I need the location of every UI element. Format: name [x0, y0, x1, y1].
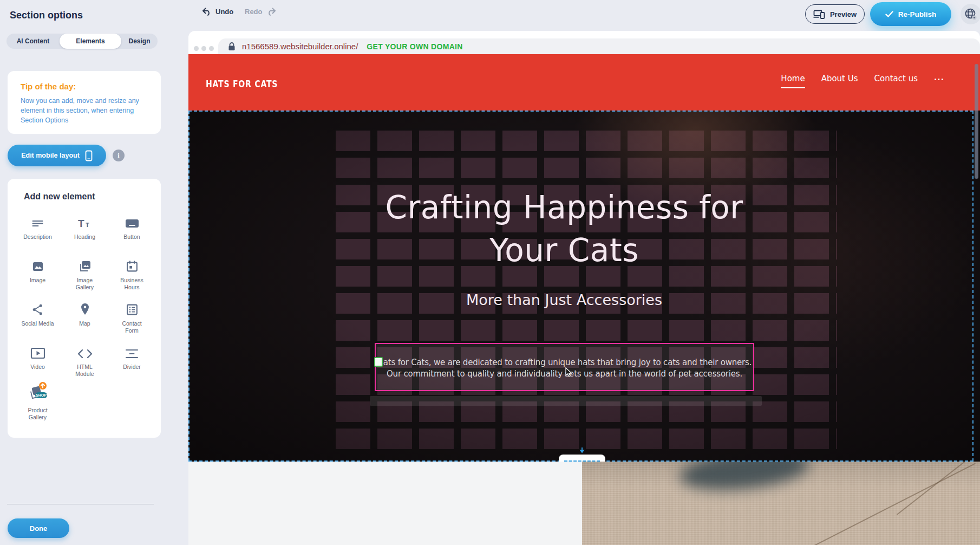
text-lines-icon — [30, 213, 45, 230]
element-video[interactable]: Video — [14, 343, 61, 387]
pavement-shadow — [678, 462, 811, 495]
undo-icon — [202, 8, 212, 16]
edit-mobile-layout-button[interactable]: Edit mobile layout — [8, 145, 106, 166]
add-element-title: Add new element — [24, 192, 161, 202]
tab-elements[interactable]: Elements — [60, 34, 121, 49]
shop-badge: SHOP — [36, 393, 47, 397]
get-domain-link[interactable]: GET YOUR OWN DOMAIN — [367, 42, 462, 51]
preview-button[interactable]: Preview — [805, 4, 865, 24]
devices-icon — [813, 10, 825, 19]
preview-label: Preview — [830, 10, 857, 18]
next-section-image[interactable] — [582, 462, 980, 545]
smartphone-icon — [85, 150, 93, 161]
svg-text:T: T — [78, 218, 84, 229]
image-gallery-icon — [77, 257, 92, 273]
nav-home[interactable]: Home — [781, 74, 805, 88]
site-logo[interactable]: HATS FOR CATS — [206, 78, 278, 89]
window-dots — [194, 46, 214, 51]
tip-card: Tip of the day: Now you can add, move an… — [8, 71, 161, 134]
heading-icon: Tт — [77, 213, 93, 230]
element-heading[interactable]: Tт Heading — [61, 213, 108, 257]
info-icon[interactable]: i — [113, 150, 125, 161]
nav-about-us[interactable]: About Us — [821, 74, 858, 87]
done-button[interactable]: Done — [8, 518, 69, 538]
section-options-panel: Section options AI Content Elements Desi… — [0, 0, 168, 545]
product-gallery-icon: SHOP — [26, 387, 50, 403]
sidebar-divider — [7, 504, 154, 504]
tip-body: Now you can add, move and resize any ele… — [21, 96, 151, 125]
element-drag-handle[interactable] — [374, 357, 383, 367]
arrow-down-icon — [579, 447, 585, 454]
selected-text-element[interactable]: Hats for Cats, we are dedicated to craft… — [375, 343, 754, 391]
check-icon — [885, 11, 893, 17]
republish-button[interactable]: Re-Publish — [870, 2, 951, 26]
panel-tabs: AI Content Elements Design — [6, 34, 158, 49]
element-button[interactable]: Button — [108, 213, 155, 257]
redo-label: Redo — [245, 8, 263, 16]
map-pin-icon — [79, 300, 92, 316]
globe-icon — [964, 8, 977, 21]
undo-label: Undo — [215, 8, 233, 16]
hero-subheading[interactable]: More than Just Accessories — [188, 291, 940, 308]
tab-design[interactable]: Design — [121, 34, 158, 49]
address-bar: n1566589.websitebuilder.online/ GET YOUR… — [218, 38, 980, 54]
redo-icon — [266, 8, 276, 16]
tab-ai-content[interactable]: AI Content — [6, 34, 60, 49]
next-section — [188, 462, 980, 545]
element-business-hours[interactable]: Business Hours — [108, 257, 155, 300]
lock-icon — [228, 42, 236, 51]
code-icon — [77, 343, 93, 360]
nav-more-button[interactable]: ... — [934, 74, 944, 85]
editor-topbar: Undo Redo Preview Re-Publish — [0, 0, 980, 31]
site-header[interactable]: HATS FOR CATS Home About Us Contact us .… — [188, 54, 980, 111]
svg-text:т: т — [86, 220, 89, 229]
edit-mobile-layout-label: Edit mobile layout — [21, 152, 80, 159]
republish-label: Re-Publish — [898, 10, 937, 18]
element-html-module[interactable]: HTML Module — [61, 343, 108, 387]
form-icon — [125, 300, 139, 316]
element-map[interactable]: Map — [61, 300, 108, 343]
element-product-gallery[interactable]: SHOP Product Gallery — [14, 387, 61, 430]
next-section-empty-area[interactable] — [188, 462, 582, 545]
globe-language-button[interactable] — [961, 4, 980, 24]
element-ghost-placeholder — [370, 396, 762, 406]
pavement-seam — [897, 462, 980, 515]
button-icon — [125, 213, 140, 230]
element-contact-form[interactable]: Contact Form — [108, 300, 155, 343]
tip-title: Tip of the day: — [21, 82, 149, 91]
mouse-cursor — [565, 367, 572, 378]
image-icon — [31, 257, 45, 273]
video-icon — [30, 343, 45, 360]
element-image-gallery[interactable]: Image Gallery — [61, 257, 108, 300]
redo-button[interactable]: Redo — [245, 8, 276, 16]
divider-icon — [125, 343, 139, 360]
add-element-panel: Add new element Description Tт Heading — [8, 179, 161, 438]
hero-content: Crafting Happiness for Your Cats More th… — [188, 111, 940, 462]
share-icon — [31, 300, 45, 316]
element-social-media[interactable]: Social Media — [14, 300, 61, 343]
nav-contact-us[interactable]: Contact us — [874, 74, 918, 87]
calendar-icon — [125, 257, 139, 273]
element-description[interactable]: Description — [14, 213, 61, 257]
pavement-seam — [768, 463, 976, 545]
hero-section[interactable]: Crafting Happiness for Your Cats More th… — [188, 111, 980, 462]
element-divider[interactable]: Divider — [108, 343, 155, 387]
scrollbar-thumb[interactable] — [975, 64, 978, 179]
hero-heading[interactable]: Crafting Happiness for Your Cats — [188, 186, 940, 272]
site-preview: n1566589.websitebuilder.online/ GET YOUR… — [188, 31, 980, 545]
site-nav: Home About Us Contact us ... — [781, 74, 944, 88]
element-image[interactable]: Image — [14, 257, 61, 300]
browser-chrome: n1566589.websitebuilder.online/ GET YOUR… — [188, 31, 980, 54]
site-url: n1566589.websitebuilder.online/ — [242, 42, 358, 51]
app: Section options AI Content Elements Desi… — [0, 0, 980, 545]
undo-button[interactable]: Undo — [202, 8, 233, 16]
element-grid: Description Tт Heading Button — [14, 213, 155, 430]
